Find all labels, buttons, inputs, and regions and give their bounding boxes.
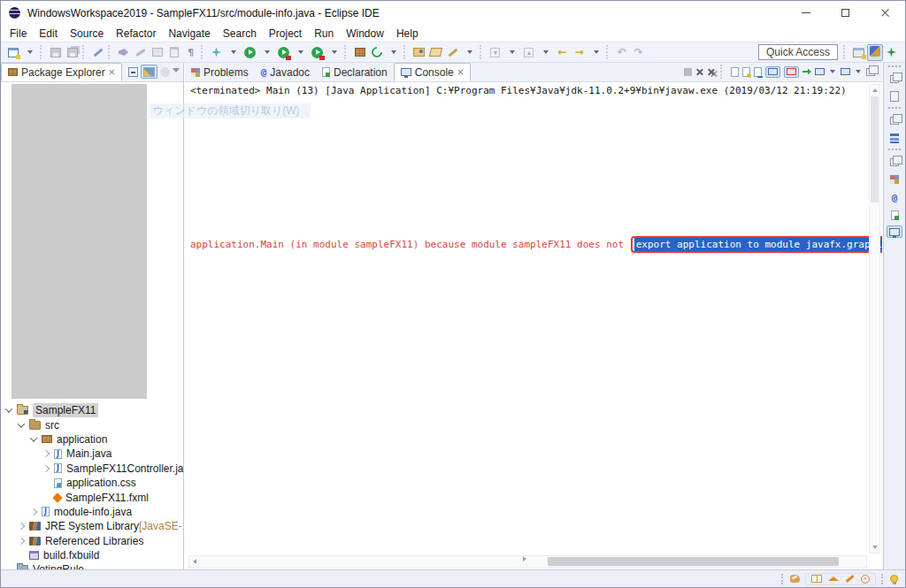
back-button[interactable] [555,43,570,61]
restore-icon[interactable] [866,68,875,76]
open-task-button[interactable] [411,43,426,61]
tab-console[interactable]: Console [394,63,471,81]
console-vertical-scrollbar[interactable] [869,84,880,554]
javadoc-view-button[interactable] [887,190,903,204]
previous-annotation-dropdown[interactable] [538,43,553,61]
new-java-project-button[interactable] [352,43,367,61]
menu-source[interactable]: Source [64,25,110,42]
scroll-up-icon[interactable] [870,85,880,95]
collapse-all-icon[interactable] [128,67,138,77]
console-horizontal-scrollbar[interactable] [188,555,867,568]
drag-handle-icon[interactable] [888,107,901,110]
skip-breakpoints-button[interactable] [90,43,105,61]
drag-handle-icon[interactable] [888,65,901,68]
save-button[interactable] [48,43,63,61]
debug-perspective-button[interactable] [884,43,899,61]
twistie-expanded-icon[interactable] [18,420,25,427]
announce-button[interactable] [116,43,131,61]
update-button[interactable] [369,43,384,61]
book-icon[interactable] [811,575,822,583]
tree-item-project-votingrule[interactable]: VotingRule [1,562,183,569]
word-wrap-icon[interactable] [754,67,762,77]
paste-button[interactable] [166,43,181,61]
problems-view-button[interactable] [887,172,903,187]
lightbulb-icon[interactable] [890,575,898,583]
forward-button[interactable] [572,43,587,61]
scroll-left-icon[interactable] [189,556,200,567]
twistie-expanded-icon[interactable] [30,434,37,441]
tree-item-build-fxbuild[interactable]: build.fxbuild [1,548,183,562]
menu-file[interactable]: File [4,25,33,42]
restore-stack-button[interactable] [887,155,903,169]
close-button[interactable] [865,1,905,25]
quick-access-box[interactable]: Quick Access [758,44,838,60]
debug-dropdown[interactable] [226,43,241,61]
new-wizard-button[interactable] [5,43,20,61]
open-console-icon[interactable] [841,68,850,75]
menu-project[interactable]: Project [263,25,308,42]
close-view-icon[interactable] [109,69,115,75]
wheel-icon[interactable] [861,575,870,584]
forward-dropdown[interactable] [588,43,603,61]
profile-button[interactable] [310,43,325,61]
update-dropdown[interactable] [386,43,401,61]
show-on-stderr-button[interactable] [784,66,799,78]
console-view-button[interactable] [887,225,902,238]
twistie-collapsed-icon[interactable] [18,523,25,530]
restore-editor-button[interactable] [887,72,903,86]
scrollbar-thumb[interactable] [871,96,879,202]
console-error-selection[interactable]: export application to module javafx.grap… [634,238,882,251]
annotate-button[interactable] [445,43,460,61]
scrollbar-thumb[interactable] [548,557,839,566]
run-button[interactable] [242,43,257,61]
minimized-editor-button[interactable] [887,89,903,103]
tab-problems[interactable]: Problems [185,63,255,81]
open-perspective-button[interactable] [851,43,866,61]
menu-refactor[interactable]: Refactor [110,25,162,42]
run-external-tools-button[interactable] [276,43,291,61]
next-annotation-button[interactable] [488,43,503,61]
tree-item-referenced-libraries[interactable]: Referenced Libraries [1,534,183,548]
next-annotation-dropdown[interactable] [504,43,519,61]
annotate-dropdown[interactable] [462,43,477,61]
cap-icon[interactable] [828,577,839,581]
debug-button[interactable] [209,43,224,61]
close-view-icon[interactable] [457,69,464,75]
clear-console-icon[interactable] [731,67,739,77]
tree-item-application-css[interactable]: application.css [1,476,183,490]
scroll-down-icon[interactable] [870,542,880,553]
chevron-down-icon[interactable] [830,70,835,73]
drag-handle-icon[interactable] [888,149,901,151]
tree-item-src[interactable]: src [1,417,183,431]
pen-icon[interactable] [845,575,854,583]
outline-view-button[interactable] [887,131,903,145]
show-on-stdout-button[interactable] [765,66,780,78]
previous-annotation-button[interactable] [521,43,536,61]
redo-button[interactable] [631,43,646,61]
menu-run[interactable]: Run [308,25,340,42]
restore-outline-button[interactable] [887,113,903,127]
run-external-tools-dropdown[interactable] [293,43,308,61]
tree-item-package-application[interactable]: application [1,432,183,447]
twistie-collapsed-icon[interactable] [42,450,50,457]
show-whitespace-button[interactable] [183,43,198,61]
open-resource-button[interactable] [428,43,443,61]
scroll-lock-icon[interactable] [742,67,750,77]
undo-button[interactable] [614,43,629,61]
tree-item-main-java[interactable]: Main.java [1,447,183,461]
maximize-button[interactable] [825,1,865,25]
menu-help[interactable]: Help [390,25,425,42]
tree-item-samplefx11-fxml[interactable]: SampleFX11.fxml [1,490,183,504]
tab-package-explorer[interactable]: Package Explorer [1,63,122,81]
minimize-button[interactable] [786,1,825,25]
run-dropdown[interactable] [259,43,274,61]
declaration-view-button[interactable] [887,208,903,222]
twistie-collapsed-icon[interactable] [42,465,50,472]
twistie-collapsed-icon[interactable] [30,508,37,515]
chevron-down-icon[interactable] [856,70,861,73]
menu-search[interactable]: Search [217,25,263,42]
display-console-icon[interactable] [815,68,825,75]
java-perspective-button[interactable] [867,44,883,61]
focus-icon[interactable] [160,67,170,77]
tree-item-project-samplefx11[interactable]: SampleFX11 [1,403,183,417]
